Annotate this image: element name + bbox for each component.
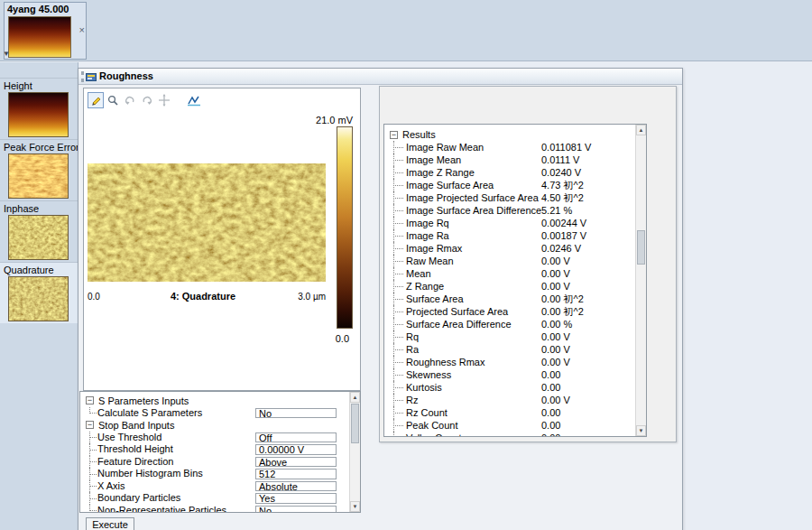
parameter-row[interactable]: Calculate S Parameters No	[80, 407, 360, 420]
drag-grip-icon[interactable]	[81, 71, 84, 82]
parameter-label: X Axis	[97, 480, 125, 491]
parameter-value-field[interactable]: Absolute	[255, 481, 337, 492]
result-row: Projected Surface Area 0.00 初^2	[384, 305, 646, 318]
parameter-row[interactable]: Threshold Height 0.00000 V	[80, 443, 360, 456]
collapse-icon[interactable]: −	[86, 421, 94, 429]
results-scrollbar[interactable]: ▲ ▼	[635, 125, 646, 436]
rotate-left-icon	[124, 94, 136, 107]
results-list: Image Raw Mean 0.011081 V Image Mean 0.0…	[384, 141, 646, 437]
channel-item-quadrature[interactable]: Quadrature	[0, 262, 78, 323]
result-value: 4.50 初^2	[541, 191, 584, 204]
s-parameters-group: − S Parameters Inputs Calculate S Parame…	[80, 395, 360, 419]
scroll-down-icon[interactable]: ▼	[350, 501, 360, 512]
result-value: 0.00 %	[541, 318, 572, 330]
colorbar-max-label: 21.0 mV	[316, 115, 353, 126]
parameter-value-field[interactable]: Above	[255, 457, 337, 468]
file-list-dropdown-icon[interactable]: ▼	[3, 50, 10, 58]
scroll-up-icon[interactable]: ▲	[350, 392, 360, 403]
result-label: Image Projected Surface Area	[406, 192, 539, 203]
parameter-row[interactable]: Number Histogram Bins 512	[80, 468, 360, 480]
result-row: Image Raw Mean 0.011081 V	[384, 141, 646, 153]
channel-sidebar: Height Peak Force Error Inphase Quadratu…	[0, 62, 78, 530]
parameter-row[interactable]: Non-Representative Particles No	[80, 505, 360, 514]
result-row: Image Rmax 0.0246 V	[384, 242, 646, 255]
afm-thumbnail[interactable]	[8, 153, 69, 199]
result-value: 0.00 初^2	[541, 305, 584, 318]
result-label: Surface Area	[406, 293, 464, 304]
collapse-icon[interactable]: −	[86, 396, 94, 404]
group-header[interactable]: − Stop Band Inputs	[80, 419, 360, 432]
afm-image[interactable]	[88, 163, 326, 282]
file-thumbnail[interactable]	[8, 16, 71, 58]
parameters-tree: − S Parameters Inputs Calculate S Parame…	[80, 392, 360, 513]
parameter-row[interactable]: X Axis Absolute	[80, 480, 360, 493]
result-label: Image Raw Mean	[406, 142, 484, 153]
result-row: Image Rq 0.00244 V	[384, 217, 646, 229]
rotate-right-tool-button[interactable]	[139, 92, 155, 108]
result-row: Kurtosis 0.00	[384, 381, 646, 394]
afm-thumbnail[interactable]	[8, 215, 69, 260]
scroll-up-icon[interactable]: ▲	[636, 125, 646, 135]
section-profile-tool-button[interactable]	[186, 92, 202, 108]
parameter-value-field[interactable]: Off	[255, 432, 337, 443]
parameter-row[interactable]: Feature Direction Above	[80, 456, 360, 469]
section-profile-icon	[187, 94, 201, 107]
scroll-down-icon[interactable]: ▼	[636, 425, 646, 436]
parameter-value-field[interactable]: No	[255, 408, 337, 419]
scrollbar-thumb[interactable]	[637, 230, 645, 265]
collapse-icon[interactable]: −	[390, 131, 398, 139]
result-label: Rz	[406, 395, 418, 405]
close-icon[interactable]: ×	[79, 24, 85, 35]
afm-thumbnail[interactable]	[8, 92, 69, 137]
rotate-left-tool-button[interactable]	[122, 92, 138, 108]
result-label: Ra	[406, 344, 419, 355]
x-axis-min-label: 0.0	[88, 292, 127, 302]
parameter-value-field[interactable]: No	[255, 506, 337, 514]
result-label: Image Surface Area Difference	[406, 205, 541, 216]
result-row: Image Projected Surface Area 4.50 初^2	[384, 191, 646, 204]
pan-tool-button[interactable]	[156, 92, 172, 108]
parameter-row[interactable]: Use Threshold Off	[80, 432, 360, 444]
results-root-node[interactable]: − Results	[384, 128, 646, 141]
result-row: Peak Count 0.00	[384, 419, 646, 432]
pencil-tool-button[interactable]	[88, 92, 104, 108]
result-row: Mean 0.00 V	[384, 267, 646, 280]
result-row: Roughness Rmax 0.00 V	[384, 356, 646, 368]
parameter-value-field[interactable]: Yes	[255, 493, 337, 504]
zoom-tool-button[interactable]	[105, 92, 121, 108]
result-row: Image Surface Area 4.73 初^2	[384, 179, 646, 191]
channel-item-peak-force-error[interactable]: Peak Force Error	[0, 139, 78, 200]
image-caption-row: 0.0 4: Quadrature 3.0 µm	[88, 291, 326, 302]
result-row: Surface Area 0.00 初^2	[384, 293, 646, 305]
afm-gradient-preview	[9, 93, 68, 136]
result-row: Image Mean 0.0111 V	[384, 153, 646, 166]
file-tab[interactable]: 4yang 45.000 ×	[4, 2, 87, 60]
result-label: Roughness Rmax	[406, 357, 484, 367]
panel-header[interactable]: Roughness	[78, 69, 682, 85]
roughness-panel-icon	[86, 71, 97, 82]
result-value: 0.00	[541, 419, 560, 432]
afm-thumbnail[interactable]	[8, 276, 69, 321]
channel-item-inphase[interactable]: Inphase	[0, 200, 78, 262]
group-header[interactable]: − S Parameters Inputs	[80, 395, 360, 407]
result-label: Image Rq	[406, 218, 449, 228]
execute-button[interactable]: Execute	[86, 517, 134, 530]
parameter-row[interactable]: Boundary Particles Yes	[80, 492, 360, 505]
channel-item-height[interactable]: Height	[0, 78, 78, 139]
group-items: Calculate S Parameters No	[80, 407, 360, 420]
results-panel: − Results Image Raw Mean 0.011081 V Imag…	[379, 86, 677, 442]
result-row: Image Ra 0.00187 V	[384, 229, 646, 242]
parameter-value-field[interactable]: 512	[255, 469, 337, 479]
parameter-label: Use Threshold	[97, 432, 161, 442]
result-row: Skewness 0.00	[384, 368, 646, 381]
parameter-value-field[interactable]: 0.00000 V	[255, 444, 337, 455]
result-value: 5.21 %	[541, 204, 572, 217]
afm-gradient-preview	[9, 17, 70, 57]
result-value: 0.00	[541, 432, 560, 437]
result-label: Raw Mean	[406, 256, 454, 266]
parameters-scrollbar[interactable]: ▲ ▼	[349, 392, 360, 512]
scrollbar-thumb[interactable]	[351, 404, 359, 443]
result-value: 0.00 V	[541, 255, 570, 267]
x-axis-max-label: 3.0 µm	[279, 292, 326, 302]
channel-label: Inphase	[0, 201, 78, 214]
